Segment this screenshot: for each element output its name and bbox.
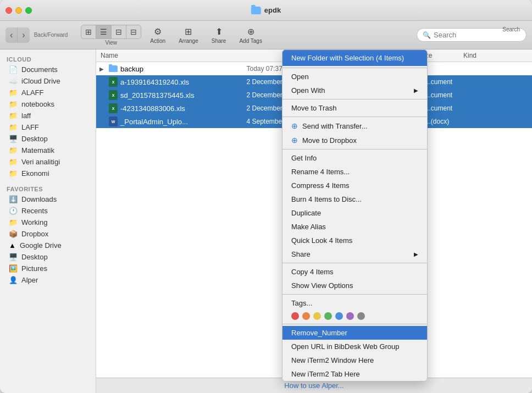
context-menu-new-iterm2-window[interactable]: New iTerm2 Window Here [282, 353, 427, 367]
context-menu-separator [282, 263, 427, 263]
icon-view-button[interactable]: ⊞ [81, 25, 96, 38]
blue-tag[interactable] [335, 312, 343, 320]
get-info-label: Get Info [291, 154, 317, 162]
transfer-icon: ⊕ [291, 121, 298, 130]
pictures-label: Pictures [21, 264, 47, 273]
sidebar-item-matematik[interactable]: 📁 Matematik [2, 145, 93, 156]
share-label: Share [212, 38, 226, 44]
open-with-label: Open With [291, 86, 325, 95]
sidebar-item-desktop-fav[interactable]: 🖥️ Desktop [2, 251, 93, 263]
sidebar-item-documents[interactable]: 📄 Documents [2, 64, 93, 75]
file-name: -4231340883006.xls [119, 104, 247, 113]
context-menu-send-transfer[interactable]: ⊕ Send with Transfer... [282, 119, 427, 133]
close-button[interactable] [5, 7, 12, 14]
context-menu-new-folder[interactable]: New Folder with Selection (4 Items) [282, 50, 427, 66]
nav-buttons: ‹ › [5, 27, 30, 43]
google-drive-icon: ▲ [9, 241, 16, 250]
ekonomi-label: Ekonomi [21, 169, 49, 178]
context-menu-burn[interactable]: Burn 4 Items to Disc... [282, 192, 427, 206]
orange-tag[interactable] [302, 312, 310, 320]
pictures-icon: 🖼️ [9, 264, 18, 273]
sidebar-item-pictures[interactable]: 🖼️ Pictures [2, 263, 93, 274]
gray-tag[interactable] [357, 312, 365, 320]
forward-button[interactable]: › [18, 27, 29, 43]
context-menu-duplicate[interactable]: Duplicate [282, 206, 427, 220]
expand-arrow[interactable]: ▶ [96, 66, 107, 72]
sidebar-item-downloads[interactable]: ⬇️ Downloads [2, 193, 93, 205]
add-tags-icon: ⊕ [247, 26, 254, 37]
context-menu-separator [282, 117, 427, 117]
how-to-use-link[interactable]: How to use Alper... [284, 381, 343, 390]
red-tag[interactable] [291, 312, 299, 320]
icloud-drive-label: iCloud Drive [21, 77, 60, 85]
matematik-label: Matematik [21, 146, 54, 154]
quick-look-label: Quick Look 4 Items [291, 236, 352, 245]
new-folder-label: New Folder with Selection (4 Items) [291, 54, 404, 62]
context-menu-show-view[interactable]: Show View Options [282, 279, 427, 292]
share-button[interactable]: ⬆ Share [207, 24, 231, 46]
col-header-name[interactable]: Name [96, 52, 300, 59]
sidebar-item-ekonomi[interactable]: 📁 Ekonomi [2, 168, 93, 179]
sidebar-item-veri-analitigi[interactable]: 📁 Veri analitigi [2, 156, 93, 168]
context-menu-open[interactable]: Open [282, 70, 427, 84]
matematik-icon: 📁 [9, 146, 18, 154]
sidebar-item-google-drive[interactable]: ▲ Google Drive [2, 240, 93, 251]
laff-label: laff [21, 112, 31, 120]
context-menu-open-url[interactable]: Open URL in BibDesk Web Group [282, 340, 427, 353]
context-menu-rename[interactable]: Rename 4 Items... [282, 165, 427, 179]
sidebar-item-alaff[interactable]: 📁 ALAFF [2, 87, 93, 98]
titlebar: epdk [0, 0, 532, 21]
maximize-button[interactable] [25, 7, 32, 14]
context-menu-get-info[interactable]: Get Info [282, 151, 427, 165]
gallery-view-button[interactable]: ⊟ [126, 25, 141, 38]
minimize-button[interactable] [15, 7, 22, 14]
green-tag[interactable] [324, 312, 332, 320]
view-buttons: ⊞ ☰ ⊟ ⊟ [81, 25, 141, 39]
add-tags-button[interactable]: ⊕ Add Tags [235, 24, 267, 46]
sidebar-item-desktop-icloud[interactable]: 🖥️ Desktop [2, 133, 93, 145]
context-menu-compress[interactable]: Compress 4 Items [282, 179, 427, 192]
favorites-section-label: Favorites [0, 184, 96, 193]
file-area: Name Date Modified ▼ Size Kind ▶ [96, 49, 532, 393]
context-menu-open-with[interactable]: Open With [282, 84, 427, 97]
purple-tag[interactable] [346, 312, 354, 320]
sidebar-item-notebooks[interactable]: 📁 notebooks [2, 98, 93, 110]
context-menu-make-alias[interactable]: Make Alias [282, 220, 427, 234]
sidebar-item-alper[interactable]: 👤 Alper [2, 274, 93, 286]
sidebar: iCloud 📄 Documents ☁️ iCloud Drive 📁 ALA… [0, 49, 96, 393]
column-view-button[interactable]: ⊟ [112, 25, 126, 38]
working-label: Working [21, 218, 47, 226]
arrange-button[interactable]: ⊞ Arrange [174, 24, 203, 46]
context-menu-remove-number[interactable]: Remove_Number [282, 326, 427, 340]
burn-label: Burn 4 Items to Disc... [291, 195, 362, 203]
recents-label: Recents [21, 207, 48, 215]
back-button[interactable]: ‹ [5, 27, 17, 43]
file-icon: X [107, 90, 119, 100]
back-forward-label: Back/Forward [34, 32, 68, 38]
notebooks-icon: 📁 [9, 100, 18, 108]
alaff-icon: 📁 [9, 88, 18, 97]
yellow-tag[interactable] [313, 312, 321, 320]
laff-icon: 📁 [9, 112, 18, 120]
google-drive-label: Google Drive [20, 241, 62, 250]
context-menu-move-dropbox[interactable]: ⊕ Move to Dropbox [282, 133, 427, 147]
context-menu-new-iterm2-tab[interactable]: New iTerm2 Tab Here [282, 367, 427, 381]
file-name: sd_2015781375445.xls [119, 91, 247, 99]
sidebar-item-working[interactable]: 📁 Working [2, 217, 93, 228]
context-menu-share[interactable]: Share [282, 247, 427, 261]
action-button[interactable]: ⚙ Action [146, 24, 170, 46]
context-menu-quick-look[interactable]: Quick Look 4 Items [282, 234, 427, 247]
file-name: a-1939164319240.xls [119, 78, 247, 86]
sidebar-item-recents[interactable]: 🕐 Recents [2, 205, 93, 217]
col-header-kind[interactable]: Kind [459, 52, 532, 59]
folder-icon-sm [109, 65, 118, 72]
list-view-button[interactable]: ☰ [96, 25, 112, 38]
sidebar-item-dropbox[interactable]: 📦 Dropbox [2, 228, 93, 240]
icloud-section-label: iCloud [0, 54, 96, 64]
context-menu-move-trash[interactable]: Move to Trash [282, 101, 427, 115]
sidebar-item-laff[interactable]: 📁 laff [2, 110, 93, 121]
context-menu-tags[interactable]: Tags... [282, 296, 427, 310]
context-menu-copy[interactable]: Copy 4 Items [282, 265, 427, 279]
sidebar-item-laff-upper[interactable]: 📁 LAFF [2, 121, 93, 133]
sidebar-item-icloud-drive[interactable]: ☁️ iCloud Drive [2, 75, 93, 87]
